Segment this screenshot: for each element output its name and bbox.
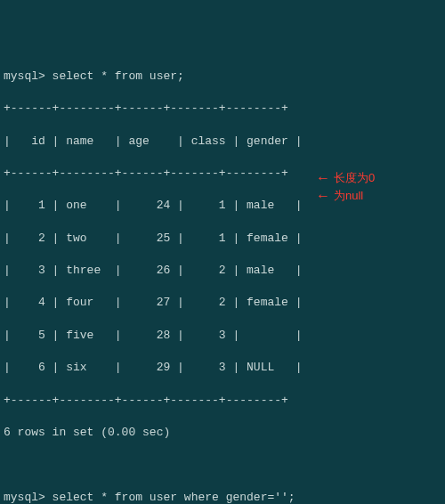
sql-statement: select * from user; <box>53 69 184 83</box>
table-header: | id | name | age | class | gender | <box>4 134 441 150</box>
table-row: | 4 | four | 27 | 2 | female | <box>4 295 441 311</box>
query-1-line: mysql> select * from user; <box>4 69 441 85</box>
mysql-prompt: mysql> <box>4 491 53 504</box>
table-row: | 3 | three | 26 | 2 | male | <box>4 263 441 279</box>
mysql-prompt: mysql> <box>4 69 53 83</box>
annotation-null: ←为null <box>316 187 375 205</box>
annotation-text: 为null <box>334 188 363 204</box>
sql-statement: select * from user where gender=''; <box>53 491 295 504</box>
table-border: +------+--------+------+-------+--------… <box>4 393 441 409</box>
result-footer: 6 rows in set (0.00 sec) <box>4 425 441 441</box>
table-border: +------+--------+------+-------+--------… <box>4 166 441 182</box>
blank-line <box>4 457 441 473</box>
table-border: +------+--------+------+-------+--------… <box>4 101 441 117</box>
annotation-empty: ←长度为0 <box>316 169 375 187</box>
table-row: | 1 | one | 24 | 1 | male | <box>4 198 441 214</box>
table-row: | 5 | five | 28 | 3 | | <box>4 328 441 344</box>
table-row: | 6 | six | 29 | 3 | NULL | <box>4 360 441 376</box>
arrow-icon: ← <box>316 186 330 206</box>
annotation-text: 长度为0 <box>334 170 375 186</box>
query-2-line: mysql> select * from user where gender='… <box>4 490 441 504</box>
annotations: ←长度为0 ←为null <box>316 169 375 205</box>
table-row: | 2 | two | 25 | 1 | female | <box>4 231 441 247</box>
